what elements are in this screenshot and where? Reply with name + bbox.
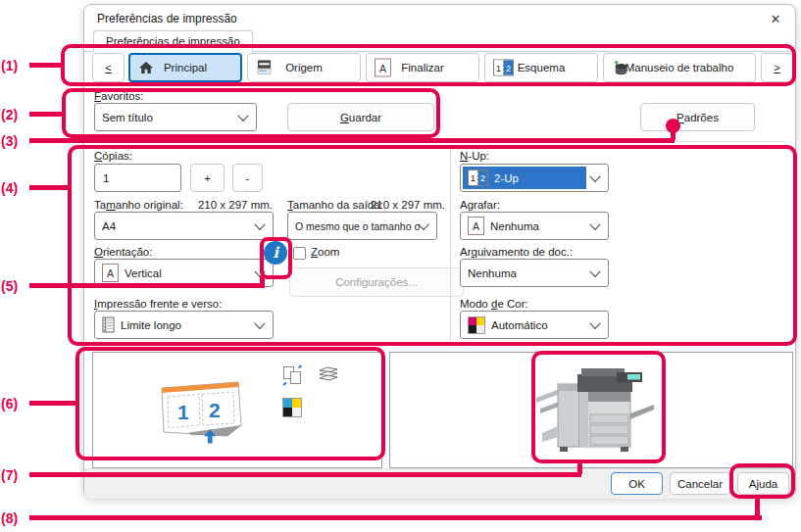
callout-line-4 bbox=[29, 185, 69, 190]
close-icon[interactable]: ✕ bbox=[766, 9, 785, 28]
callout-line-3 bbox=[29, 138, 675, 143]
callout-stub-3 bbox=[671, 127, 676, 140]
callout-label-2: (2) bbox=[1, 107, 30, 122]
window-title: Preferências de impressão bbox=[97, 12, 237, 25]
callout-line-8 bbox=[29, 515, 762, 520]
callout-label-5: (5) bbox=[1, 278, 30, 294]
callout-line-1 bbox=[29, 63, 62, 68]
callout-label-4: (4) bbox=[1, 180, 30, 196]
callout-line-7 bbox=[29, 472, 581, 477]
callout-stub-8 bbox=[755, 497, 760, 517]
ok-button[interactable]: OK bbox=[611, 472, 663, 495]
callout-box-1-tabs bbox=[61, 44, 796, 86]
callout-line-6 bbox=[29, 401, 76, 406]
defaults-button[interactable]: Padrões bbox=[640, 103, 755, 131]
callout-box-4-settings bbox=[68, 145, 797, 346]
callout-label-1: (1) bbox=[1, 58, 30, 73]
callout-box-5-info bbox=[260, 237, 292, 279]
callout-label-8: (8) bbox=[1, 510, 30, 526]
callout-label-3: (3) bbox=[1, 133, 30, 149]
callout-box-2-favorites bbox=[62, 88, 440, 138]
callout-box-8-help bbox=[729, 463, 795, 499]
callout-label-7: (7) bbox=[1, 467, 30, 483]
callout-stub-7 bbox=[577, 460, 582, 474]
callout-line-2 bbox=[29, 112, 63, 117]
callout-box-6-preview bbox=[75, 347, 385, 460]
callout-box-7-printer bbox=[531, 351, 666, 463]
callout-label-6: (6) bbox=[1, 396, 30, 411]
cancel-button[interactable]: Cancelar bbox=[670, 472, 730, 495]
callout-stub-5 bbox=[260, 276, 265, 285]
screenshot-canvas: Preferências de impressão ✕ Preferências… bbox=[0, 0, 801, 532]
